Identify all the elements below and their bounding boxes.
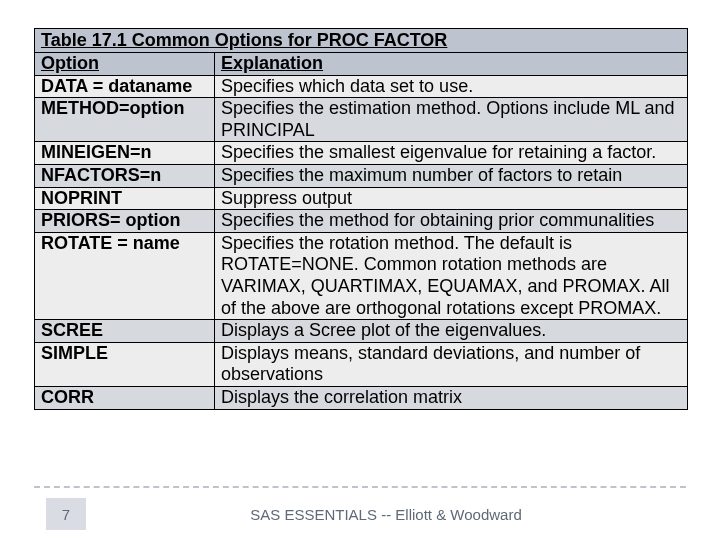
options-table: Table 17.1 Common Options for PROC FACTO… [34,28,688,410]
cell-option: MINEIGEN=n [35,142,215,164]
table-row: NOPRINT Suppress output [35,188,687,211]
table-row: SCREE Displays a Scree plot of the eigen… [35,320,687,343]
cell-option: CORR [35,387,215,409]
table-row: DATA = dataname Specifies which data set… [35,76,687,99]
cell-option: SIMPLE [35,343,215,386]
table-header-row: Option Explanation [35,53,687,76]
cell-explanation: Suppress output [215,188,687,210]
cell-option: PRIORS= option [35,210,215,232]
table-row: MINEIGEN=n Specifies the smallest eigenv… [35,142,687,165]
header-explanation: Explanation [215,53,687,75]
table-row: NFACTORS=n Specifies the maximum number … [35,165,687,188]
cell-explanation: Specifies the smallest eigenvalue for re… [215,142,687,164]
cell-explanation: Displays a Scree plot of the eigenvalues… [215,320,687,342]
table-row: METHOD=option Specifies the estimation m… [35,98,687,142]
cell-explanation: Specifies the rotation method. The defau… [215,233,687,319]
slide: Table 17.1 Common Options for PROC FACTO… [0,0,720,540]
page-number-badge: 7 [46,498,86,530]
header-option: Option [35,53,215,75]
cell-explanation: Displays the correlation matrix [215,387,687,409]
cell-explanation: Displays means, standard deviations, and… [215,343,687,386]
table-title: Table 17.1 Common Options for PROC FACTO… [35,29,687,53]
table-row: PRIORS= option Specifies the method for … [35,210,687,233]
page-number: 7 [62,506,70,523]
table-row: SIMPLE Displays means, standard deviatio… [35,343,687,387]
cell-option: NOPRINT [35,188,215,210]
cell-option: ROTATE = name [35,233,215,319]
cell-explanation: Specifies the maximum number of factors … [215,165,687,187]
cell-option: DATA = dataname [35,76,215,98]
cell-option: NFACTORS=n [35,165,215,187]
slide-footer: 7 SAS ESSENTIALS -- Elliott & Woodward [34,486,686,530]
cell-explanation: Specifies the estimation method. Options… [215,98,687,141]
cell-option: METHOD=option [35,98,215,141]
table-row: CORR Displays the correlation matrix [35,387,687,409]
cell-explanation: Specifies the method for obtaining prior… [215,210,687,232]
cell-explanation: Specifies which data set to use. [215,76,687,98]
cell-option: SCREE [35,320,215,342]
footer-source: SAS ESSENTIALS -- Elliott & Woodward [86,506,686,523]
table-row: ROTATE = name Specifies the rotation met… [35,233,687,320]
